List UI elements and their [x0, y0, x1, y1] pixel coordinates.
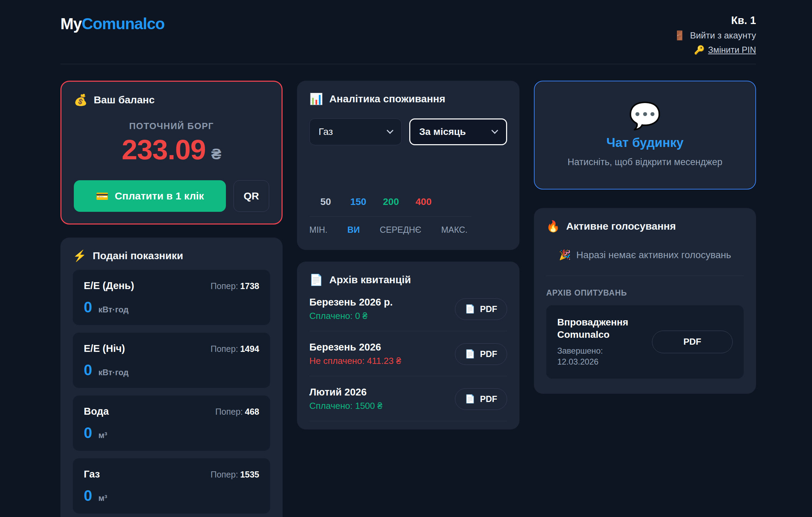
receipt-pdf-button[interactable]: 📄 PDF: [455, 343, 507, 365]
service-select-value: Газ: [319, 126, 333, 137]
credit-card-icon: 💳: [96, 190, 108, 202]
change-pin-link[interactable]: 🔑 Змінити PIN: [674, 45, 756, 55]
logout-label: Вийти з акаунту: [690, 30, 756, 41]
receipt-pdf-button[interactable]: 📄 PDF: [455, 298, 507, 320]
meter-unit: кВт·год: [98, 368, 128, 377]
balance-title-text: Ваш баланс: [94, 94, 155, 106]
poll-finished-date: Завершено: 12.03.2026: [557, 345, 640, 368]
header: MyComunalco Кв. 1 🚪 Вийти з акаунту 🔑 Зм…: [60, 10, 756, 55]
voting-title-text: Активне голосування: [566, 220, 676, 232]
poll-archive-item: Впровадження Comunalco Завершено: 12.03.…: [546, 305, 744, 379]
poll-pdf-button[interactable]: PDF: [652, 331, 733, 353]
logout-button[interactable]: 🚪 Вийти з акаунту: [674, 30, 756, 41]
receipt-info: Лютий 2026 Сплачено: 1500 ₴: [309, 387, 382, 411]
voting-card: 🔥 Активне голосування 🎉 Наразі немає акт…: [534, 208, 756, 394]
receipt-info: Березень 2026 Не сплачено: 411.23 ₴: [309, 342, 401, 366]
receipts-card-title: 📄 Архів квитанцій: [309, 273, 507, 286]
meter-name: Е/Е (Ніч): [84, 343, 125, 354]
door-icon: 🚪: [674, 30, 685, 41]
scale-value-you: 150: [342, 196, 375, 207]
receipt-pdf-button[interactable]: 📄 PDF: [455, 388, 507, 410]
document-icon: 📄: [465, 304, 475, 314]
scale-values-row: 50 150 200 400: [309, 196, 440, 207]
analytics-chart-area: [309, 145, 507, 196]
meters-card: ⚡ Подані показники Е/Е (День) Попер:1738…: [60, 238, 283, 517]
balance-card: 💰 Ваш баланс ПОТОЧНИЙ БОРГ 233.09₴ 💳 Спл…: [60, 81, 283, 225]
period-select[interactable]: За місяць: [409, 118, 507, 145]
analytics-filters: Газ За місяць: [309, 118, 507, 145]
meter-row-header: Е/Е (День) Попер:1738: [84, 280, 259, 291]
meter-name: Вода: [84, 406, 109, 417]
header-divider: [60, 64, 756, 64]
no-active-votes-text: Наразі немає активних голосувань: [576, 250, 731, 261]
currency-symbol: ₴: [211, 146, 221, 162]
receipt-period: Лютий 2026: [309, 387, 382, 398]
period-select-value: За місяць: [419, 126, 466, 137]
qr-button[interactable]: QR: [233, 180, 269, 212]
scale-label-avg: СЕРЕДНЄ: [380, 225, 421, 235]
meter-row-ee-night: Е/Е (Ніч) Попер:1494 0 кВт·год: [73, 333, 270, 388]
meter-row-gas: Газ Попер:1535 0 м³: [73, 458, 270, 514]
scale-labels-row: МІН. ВИ СЕРЕДНЄ МАКС.: [309, 225, 468, 238]
no-active-votes-message: 🎉 Наразі немає активних голосувань: [546, 249, 744, 261]
house-chat-card[interactable]: 💬 Чат будинку Натисніть, щоб відкрити ме…: [534, 81, 756, 189]
scale-value-min: 50: [309, 196, 342, 207]
bar-chart-icon: 📊: [309, 92, 323, 105]
meter-prev-value: 1494: [240, 344, 259, 354]
party-popper-icon: 🎉: [559, 249, 571, 261]
account-panel: Кв. 1 🚪 Вийти з акаунту 🔑 Змінити PIN: [674, 14, 756, 55]
pay-one-click-button[interactable]: 💳 Сплатити в 1 клік: [74, 180, 226, 212]
debt-amount-row: 233.09₴: [74, 134, 269, 166]
chat-subtitle: Натисніть, щоб відкрити месенджер: [568, 157, 722, 168]
analytics-card-title: 📊 Аналітика споживання: [309, 92, 507, 105]
analytics-title-text: Аналітика споживання: [329, 93, 445, 105]
meter-row-header: Вода Попер:468: [84, 406, 259, 417]
receipt-row: Березень 2026 р. Сплачено: 0 ₴ 📄 PDF: [309, 286, 507, 331]
pay-button-label: Сплатити в 1 клік: [115, 190, 204, 202]
key-icon: 🔑: [694, 45, 705, 55]
meter-row-header: Е/Е (Ніч) Попер:1494: [84, 343, 259, 354]
poll-name: Впровадження Comunalco: [557, 316, 640, 341]
meter-prev-label: Попер:: [215, 407, 243, 416]
meter-value: 0: [84, 363, 92, 378]
meter-value-row: 0 м³: [84, 488, 259, 503]
balance-card-title: 💰 Ваш баланс: [74, 93, 269, 106]
meter-prev-label: Попер:: [210, 344, 238, 354]
left-column: 💰 Ваш баланс ПОТОЧНИЙ БОРГ 233.09₴ 💳 Спл…: [60, 81, 283, 517]
right-column: 💬 Чат будинку Натисніть, щоб відкрити ме…: [534, 81, 756, 517]
service-select[interactable]: Газ: [309, 118, 402, 145]
meter-row-header: Газ Попер:1535: [84, 469, 259, 480]
scale-label-you: ВИ: [347, 225, 360, 235]
meter-previous: Попер:1535: [210, 470, 259, 480]
receipt-row: Березень 2026 Не сплачено: 411.23 ₴ 📄 PD…: [309, 331, 507, 376]
meter-value-row: 0 м³: [84, 425, 259, 440]
page: MyComunalco Кв. 1 🚪 Вийти з акаунту 🔑 Зм…: [0, 0, 812, 517]
document-icon: 📄: [465, 394, 475, 404]
meter-previous: Попер:1738: [210, 281, 259, 291]
meter-name: Е/Е (День): [84, 280, 134, 291]
receipt-status: Сплачено: 0 ₴: [309, 311, 393, 321]
scale-label-max: МАКС.: [441, 225, 468, 235]
chevron-down-icon: [387, 127, 393, 134]
meter-row-ee-day: Е/Е (День) Попер:1738 0 кВт·год: [73, 270, 270, 325]
lightning-icon: ⚡: [73, 249, 87, 262]
meter-prev-value: 1535: [240, 470, 259, 479]
chat-title: Чат будинку: [606, 136, 684, 150]
document-icon: 📄: [465, 349, 475, 359]
meters-title-text: Подані показники: [93, 250, 183, 262]
meter-prev-label: Попер:: [210, 470, 238, 479]
meter-unit: м³: [98, 493, 107, 503]
meter-value: 0: [84, 300, 92, 315]
meter-prev-value: 468: [245, 407, 259, 416]
dashboard-grid: 💰 Ваш баланс ПОТОЧНИЙ БОРГ 233.09₴ 💳 Спл…: [60, 81, 756, 517]
meter-previous: Попер:1494: [210, 344, 259, 354]
meter-name: Газ: [84, 469, 100, 480]
logo-part-my: My: [60, 15, 82, 33]
scale-value-avg: 200: [375, 196, 407, 207]
meter-unit: кВт·год: [98, 305, 128, 314]
money-bag-icon: 💰: [74, 93, 88, 106]
meter-value: 0: [84, 488, 92, 503]
poll-info: Впровадження Comunalco Завершено: 12.03.…: [557, 316, 640, 368]
payment-actions: 💳 Сплатити в 1 клік QR: [74, 180, 269, 212]
meter-unit: м³: [98, 430, 107, 440]
